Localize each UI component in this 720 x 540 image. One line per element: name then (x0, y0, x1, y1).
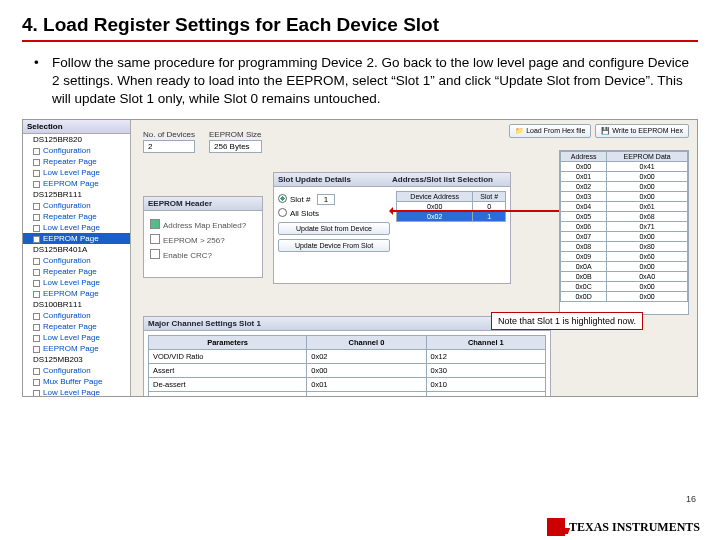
eeprom-gt256-checkbox[interactable]: EEPROM > 256? (150, 234, 256, 245)
tree-item[interactable]: EEPROM Page (23, 343, 130, 354)
major-channel-table: ParametersChannel 0Channel 1 VOD/VID Rat… (148, 335, 546, 397)
table-row: 0x0D0x00 (561, 291, 688, 301)
table-row: 0x020x00 (561, 181, 688, 191)
table-row: VOD/VID Ratio0x020x12 (149, 349, 546, 363)
tree-item[interactable]: EEPROM Page (23, 233, 130, 244)
ti-chip-icon (547, 518, 565, 536)
tree-item[interactable]: DS125BR401A (23, 244, 130, 255)
tree-item[interactable]: Repeater Page (23, 211, 130, 222)
enable-crc-checkbox[interactable]: Enable CRC? (150, 249, 256, 260)
slot-details-title: Slot Update Details (278, 175, 392, 184)
ti-logo: TEXAS INSTRUMENTS (547, 518, 700, 536)
slot-update-panel: Slot Update Details Address/Slot list Se… (273, 172, 511, 284)
eeprom-size-select[interactable]: 256 Bytes (209, 140, 261, 153)
all-slots-radio[interactable]: All Slots (278, 209, 319, 218)
tree-item[interactable]: Configuration (23, 145, 130, 156)
table-row[interactable]: 0x021 (397, 211, 506, 221)
callout-arrow (391, 210, 571, 212)
table-row: 0x0B0xA0 (561, 271, 688, 281)
screenshot-panel: Selection DS125BR820ConfigurationRepeate… (22, 119, 698, 397)
eeprom-header-title: EEPROM Header (144, 197, 262, 211)
tree-item[interactable]: DS125MB203 (23, 354, 130, 365)
num-devices-input[interactable]: 2 (143, 140, 195, 153)
tree-item[interactable]: Low Level Page (23, 167, 130, 178)
eeprom-data-table: AddressEEPROM Data0x000x410x010x000x020x… (559, 150, 689, 315)
write-to-eeprom-button[interactable]: 💾Write to EEPROM Hex (595, 124, 689, 138)
table-row: 0x0A0x00 (561, 261, 688, 271)
load-from-hex-button[interactable]: 📁Load From Hex file (509, 124, 591, 138)
table-row: 0x060x71 (561, 221, 688, 231)
addr-slot-title: Address/Slot list Selection (392, 175, 506, 184)
body-text: Follow the same procedure for programmin… (22, 54, 698, 109)
eeprom-header-panel: EEPROM Header Address Map Enabled? EEPRO… (143, 196, 263, 278)
selection-tree: Selection DS125BR820ConfigurationRepeate… (23, 120, 131, 396)
table-row: Assert0x000x30 (149, 363, 546, 377)
folder-icon: 📁 (515, 127, 524, 135)
tree-item[interactable]: Low Level Page (23, 222, 130, 233)
eeprom-size-label: EEPROM Size (209, 130, 261, 139)
tree-item[interactable]: DS125BR820 (23, 134, 130, 145)
tree-item[interactable]: Configuration (23, 365, 130, 376)
tree-item[interactable]: EEPROM Page (23, 178, 130, 189)
table-row: 0x010x00 (561, 171, 688, 181)
tree-item[interactable]: DS100BR111 (23, 299, 130, 310)
tree-item[interactable]: Repeater Page (23, 156, 130, 167)
num-devices-label: No. of Devices (143, 130, 195, 139)
tree-item[interactable]: Low Level Page (23, 332, 130, 343)
table-row: EQ Control0x010x31 (149, 391, 546, 397)
table-row: 0x000x41 (561, 161, 688, 171)
table-row: 0x080x80 (561, 241, 688, 251)
addr-map-checkbox[interactable]: Address Map Enabled? (150, 219, 256, 230)
tree-item[interactable]: Configuration (23, 255, 130, 266)
ti-logo-text: TEXAS INSTRUMENTS (569, 520, 700, 535)
slot-num-input[interactable]: 1 (317, 194, 335, 205)
tree-header: Selection (23, 120, 130, 134)
table-row: 0x030x00 (561, 191, 688, 201)
slot-num-radio[interactable]: Slot # (278, 195, 310, 204)
table-row: 0x070x00 (561, 231, 688, 241)
tree-item[interactable]: Low Level Page (23, 387, 130, 397)
tree-item[interactable]: DS125BR111 (23, 189, 130, 200)
callout-note: Note that Slot 1 is highlighted now. (491, 312, 643, 330)
table-row: 0x0C0x00 (561, 281, 688, 291)
update-slot-from-device-button[interactable]: Update Slot from Device (278, 222, 390, 235)
tree-item[interactable]: EEPROM Page (23, 288, 130, 299)
update-device-from-slot-button[interactable]: Update Device From Slot (278, 239, 390, 252)
tree-item[interactable]: Repeater Page (23, 266, 130, 277)
page-title: 4. Load Register Settings for Each Devic… (22, 14, 698, 42)
tree-item[interactable]: Low Level Page (23, 277, 130, 288)
write-icon: 💾 (601, 127, 610, 135)
tree-item[interactable]: Configuration (23, 310, 130, 321)
table-row: De-assert0x010x10 (149, 377, 546, 391)
table-row: 0x090x60 (561, 251, 688, 261)
addr-slot-table[interactable]: Device AddressSlot # 0x0000x021 (396, 191, 506, 222)
tree-item[interactable]: Repeater Page (23, 321, 130, 332)
page-number: 16 (686, 494, 696, 504)
table-row: 0x050x68 (561, 211, 688, 221)
tree-item[interactable]: Mux Buffer Page (23, 376, 130, 387)
tree-item[interactable]: Configuration (23, 200, 130, 211)
table-row: 0x040x61 (561, 201, 688, 211)
major-channel-title: Major Channel Settings Slot 1 (144, 317, 550, 331)
major-channel-panel: Major Channel Settings Slot 1 Parameters… (143, 316, 551, 397)
